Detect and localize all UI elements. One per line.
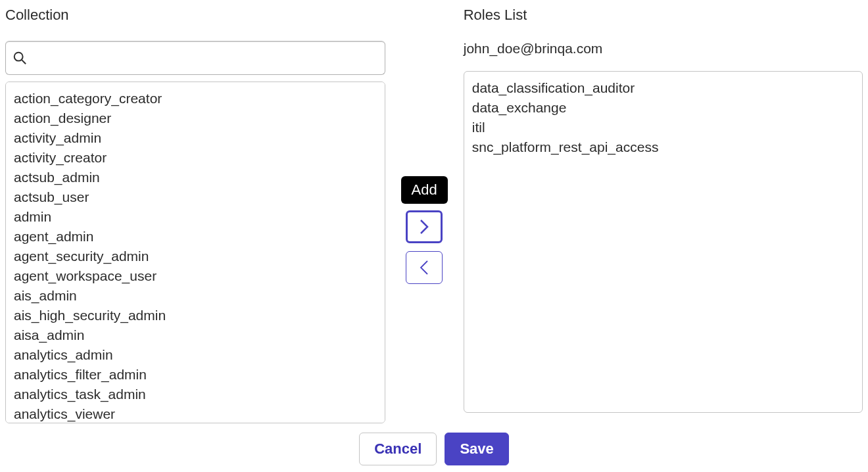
cancel-button[interactable]: Cancel [359,433,437,465]
roles-list[interactable]: data_classification_auditordata_exchange… [464,71,863,413]
list-item[interactable]: action_category_creator [14,89,379,108]
list-item[interactable]: analytics_filter_admin [14,365,379,385]
roles-panel: Roles List john_doe@brinqa.com data_clas… [464,5,863,423]
add-button[interactable] [406,210,443,243]
list-item[interactable]: analytics_task_admin [14,385,379,404]
list-item[interactable]: admin [14,207,379,227]
transfer-controls: Add [398,5,450,423]
footer-actions: Cancel Save [5,433,863,465]
list-item[interactable]: aisa_admin [14,325,379,345]
save-button[interactable]: Save [445,433,508,465]
list-item[interactable]: activity_admin [14,128,379,148]
search-input[interactable] [5,41,385,75]
list-item[interactable]: itil [472,118,854,137]
list-item[interactable]: snc_platform_rest_api_access [472,137,854,157]
add-tooltip: Add [401,176,448,204]
collection-list[interactable]: action_category_creatoraction_designerac… [5,82,385,423]
list-item[interactable]: action_designer [14,108,379,128]
search-wrapper [5,41,385,75]
list-item[interactable]: data_exchange [472,98,854,118]
list-item[interactable]: activity_creator [14,148,379,168]
roles-list-title: Roles List [464,7,863,24]
user-email: john_doe@brinqa.com [464,41,863,57]
collection-title: Collection [5,7,385,24]
remove-button[interactable] [406,251,443,284]
list-item[interactable]: ais_admin [14,286,379,306]
list-item[interactable]: agent_admin [14,227,379,247]
collection-panel: Collection action_category_creatoraction… [5,5,385,423]
list-item[interactable]: actsub_user [14,187,379,207]
list-item[interactable]: analytics_viewer [14,404,379,423]
list-item[interactable]: agent_security_admin [14,247,379,266]
list-item[interactable]: data_classification_auditor [472,78,854,98]
list-item[interactable]: actsub_admin [14,168,379,187]
list-item[interactable]: agent_workspace_user [14,266,379,286]
list-item[interactable]: analytics_admin [14,345,379,365]
list-item[interactable]: ais_high_security_admin [14,306,379,325]
